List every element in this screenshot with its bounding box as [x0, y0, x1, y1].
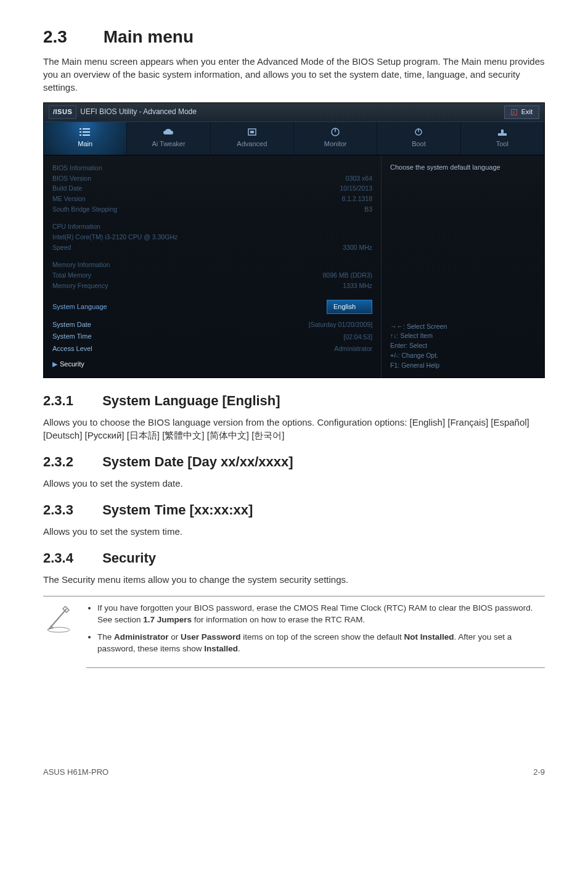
system-language-select[interactable]: English [327, 300, 372, 314]
bios-left-pane: BIOS Information BIOS Version0303 x64 Bu… [44, 155, 382, 378]
subsection-232-title: System Date [Day xx/xx/xxxx] [102, 454, 293, 469]
bios-titlebar: /ISUS UEFI BIOS Utility - Advanced Mode … [44, 103, 544, 121]
svg-rect-2 [80, 131, 81, 133]
svg-rect-4 [80, 134, 81, 136]
bios-version-label: BIOS Version [52, 174, 91, 183]
svg-rect-12 [498, 133, 507, 136]
key-help-change: +/-: Change Opt. [390, 351, 536, 361]
bios-right-pane: Choose the system default language →←: S… [382, 155, 544, 378]
cpu-info-header: CPU Information [52, 222, 100, 231]
svg-point-14 [47, 627, 70, 632]
subsection-234-heading: 2.3.4 Security [43, 549, 545, 568]
subsection-231-number: 2.3.1 [43, 392, 99, 411]
security-row[interactable]: ▶Security [52, 358, 372, 370]
help-text: Choose the system default language [390, 163, 536, 172]
footer-left: ASUS H61M-PRO [43, 767, 108, 778]
svg-rect-0 [80, 128, 81, 130]
section-title-text: Main menu [104, 27, 194, 46]
system-date-value: [Saturday 01/20/2009] [309, 320, 372, 329]
subsection-232-number: 2.3.2 [43, 453, 99, 472]
tab-tool-label: Tool [496, 140, 508, 147]
monitor-icon [329, 127, 341, 137]
me-version-value: 8.1.2.1318 [341, 194, 372, 204]
bios-body: BIOS Information BIOS Version0303 x64 Bu… [44, 155, 544, 378]
bios-window: /ISUS UEFI BIOS Utility - Advanced Mode … [43, 102, 545, 378]
page-footer: ASUS H61M-PRO 2-9 [43, 767, 545, 778]
note-item-2: The Administrator or User Password items… [97, 632, 545, 655]
tab-ai-tweaker-label: Ai Tweaker [152, 140, 185, 147]
system-time-row[interactable]: System Time [02:04:53] [52, 331, 372, 342]
system-language-label: System Language [52, 302, 107, 311]
total-memory-label: Total Memory [52, 271, 91, 280]
note-item-1: If you have forgotten your BIOS password… [97, 603, 545, 626]
subsection-233-heading: 2.3.3 System Time [xx:xx:xx] [43, 501, 545, 520]
list-icon [79, 127, 91, 137]
tab-tool[interactable]: Tool [461, 122, 544, 155]
tab-boot[interactable]: Boot [377, 122, 460, 155]
tab-advanced[interactable]: Advanced [211, 122, 294, 155]
system-date-row[interactable]: System Date [Saturday 01/20/2009] [52, 319, 372, 331]
subsection-234-body: The Security menu items allow you to cha… [43, 573, 545, 586]
me-version-label: ME Version [52, 194, 86, 204]
subsection-231-body: Allows you to choose the BIOS language v… [43, 416, 545, 442]
note-list: If you have forgotten your BIOS password… [86, 603, 545, 669]
system-time-label: System Time [52, 332, 92, 341]
cpu-speed-value: 3300 MHz [343, 243, 372, 252]
tab-main-label: Main [78, 140, 92, 147]
subsection-233-number: 2.3.3 [43, 501, 99, 520]
memory-freq-value: 1333 MHz [343, 281, 372, 291]
memory-info-header: Memory Information [52, 260, 110, 270]
system-time-value: [02:04:53] [343, 332, 372, 342]
svg-rect-1 [83, 128, 90, 130]
south-bridge-label: South Bridge Stepping [52, 205, 117, 214]
subsection-232-body: Allows you to set the system date. [43, 477, 545, 490]
memory-freq-label: Memory Frequency [52, 281, 108, 291]
south-bridge-value: B3 [364, 205, 372, 214]
cpu-model: Intel(R) Core(TM) i3-2120 CPU @ 3.30GHz [52, 233, 178, 242]
svg-rect-7 [250, 131, 254, 133]
section-heading: 2.3 Main menu [43, 25, 545, 49]
tab-monitor[interactable]: Monitor [294, 122, 377, 155]
security-label: Security [60, 360, 84, 368]
access-level-row: Access Level Administrator [52, 343, 372, 355]
subsection-231-heading: 2.3.1 System Language [English] [43, 392, 545, 411]
close-icon: x [511, 109, 517, 115]
subsection-234-title: Security [102, 550, 156, 566]
cpu-information-block: CPU Information Intel(R) Core(TM) i3-212… [52, 221, 372, 252]
build-date-value: 10/15/2013 [340, 184, 373, 193]
cpu-speed-label: Speed [52, 243, 71, 252]
chip-icon [246, 127, 258, 137]
subsection-233-body: Allows you to set the system time. [43, 525, 545, 538]
tab-ai-tweaker[interactable]: Ai Tweaker [127, 122, 210, 155]
brand-logo: /ISUS [49, 105, 76, 118]
section-intro: The Main menu screen appears when you en… [43, 55, 545, 94]
system-language-row[interactable]: System Language English [52, 299, 372, 315]
footer-right: 2-9 [533, 767, 545, 778]
build-date-label: Build Date [52, 184, 82, 193]
tab-boot-label: Boot [412, 140, 426, 147]
tab-monitor-label: Monitor [324, 140, 347, 147]
cloud-icon [162, 127, 174, 137]
tab-main[interactable]: Main [44, 122, 127, 155]
exit-button[interactable]: x Exit [504, 105, 539, 118]
bios-info-header: BIOS Information [52, 163, 102, 173]
bios-tabs: Main Ai Tweaker Advanced Monitor Boot To… [44, 122, 544, 155]
key-help-block: →←: Select Screen ↑↓: Select Item Enter:… [390, 322, 536, 371]
subsection-233-title: System Time [xx:xx:xx] [102, 502, 253, 518]
access-level-value: Administrator [334, 344, 372, 353]
section-number: 2.3 [43, 25, 99, 49]
key-help-select-screen: →←: Select Screen [390, 322, 536, 332]
power-icon [412, 127, 425, 137]
bios-title-text: UEFI BIOS Utility - Advanced Mode [80, 107, 197, 117]
access-level-label: Access Level [52, 344, 92, 353]
key-help-general: F1: General Help [390, 361, 536, 371]
note-icon [43, 603, 74, 633]
bios-version-value: 0303 x64 [346, 174, 372, 183]
tool-icon [496, 127, 508, 137]
tab-advanced-label: Advanced [237, 140, 267, 147]
total-memory-value: 8096 MB (DDR3) [323, 271, 373, 280]
subsection-234-number: 2.3.4 [43, 549, 99, 568]
key-help-select-item: ↑↓: Select Item [390, 331, 536, 341]
subsection-231-title: System Language [English] [102, 393, 280, 408]
memory-information-block: Memory Information Total Memory8096 MB (… [52, 260, 372, 291]
